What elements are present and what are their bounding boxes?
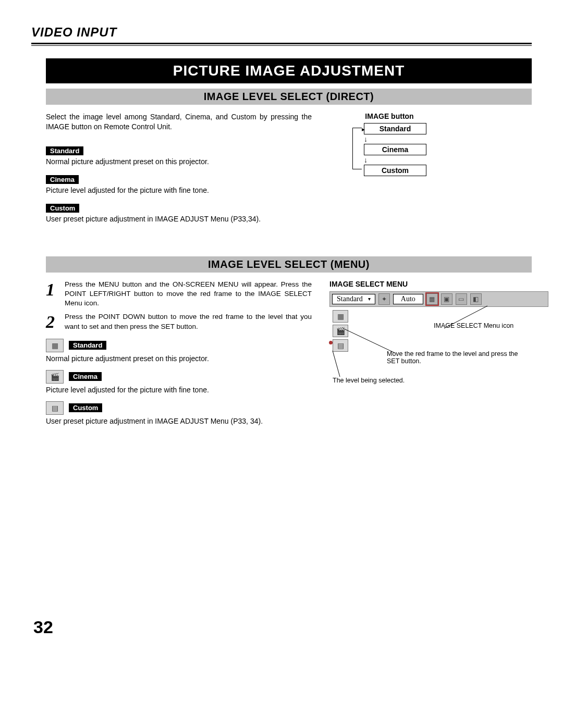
flow-cinema: Cinema <box>364 144 426 155</box>
arrow-down-icon: ↓ <box>364 156 426 164</box>
menu-desc-standard: Normal picture adjustment preset on this… <box>46 354 317 363</box>
dropdown-value: Standard <box>337 295 363 303</box>
subheading-menu: IMAGE LEVEL SELECT (MENU) <box>46 256 532 273</box>
page-number: 32 <box>33 617 532 637</box>
menu-icon: ▣ <box>441 293 452 305</box>
chevron-down-icon: ▾ <box>368 296 371 302</box>
image-select-menu-icon: ▦ <box>426 293 438 305</box>
standard-mode-icon: ▦ <box>46 339 64 352</box>
onscreen-menu-screenshot: Standard ▾ ✦ Auto ▦ ▣ ▭ ◧ ▦ 🎬 ▤ <box>329 291 548 352</box>
label-custom: Custom <box>46 204 79 213</box>
flow-heading: IMAGE button <box>365 112 413 120</box>
menu-bar: Standard ▾ ✦ Auto ▦ ▣ ▭ ◧ <box>329 291 548 307</box>
subheading-direct: IMAGE LEVEL SELECT (DIRECT) <box>46 89 532 105</box>
step-number-2: 2 <box>46 312 57 331</box>
menu-label-cinema: Cinema <box>69 372 102 381</box>
menu-icon: ◧ <box>470 293 482 305</box>
custom-mode-icon: ▤ <box>333 339 348 352</box>
flow-custom: Custom <box>364 165 426 176</box>
auto-box: Auto <box>393 294 423 304</box>
step-text-1: Press the MENU button and the ON-SCREEN … <box>65 280 317 309</box>
menu-label-custom: Custom <box>69 403 102 412</box>
system-icon: ✦ <box>378 293 390 305</box>
label-standard: Standard <box>46 146 83 155</box>
image-mode-dropdown: Standard ▾ <box>332 294 375 304</box>
standard-mode-icon: ▦ <box>333 310 348 323</box>
svg-line-2 <box>333 351 340 377</box>
desc-standard: Normal picture adjustment preset on this… <box>46 157 317 166</box>
page-title-banner: PICTURE IMAGE ADJUSTMENT <box>46 58 532 83</box>
menu-icon: ▭ <box>456 293 467 305</box>
menu-label-standard: Standard <box>69 341 106 350</box>
section-header: VIDEO INPUT <box>31 25 532 40</box>
menu-desc-cinema: Picture level adjusted for the picture w… <box>46 386 317 394</box>
cinema-mode-icon: 🎬 <box>46 370 64 384</box>
rule-heavy <box>31 43 532 44</box>
desc-custom: User preset picture adjustment in IMAGE … <box>46 215 317 223</box>
menu-desc-custom: User preset picture adjustment in IMAGE … <box>46 417 317 425</box>
selection-indicator-icon <box>329 341 333 344</box>
callout-move-frame: Move the red frame to the level and pres… <box>387 350 528 365</box>
arrow-down-icon: ↓ <box>364 135 426 143</box>
cinema-mode-icon: 🎬 <box>333 325 348 337</box>
direct-intro: Select the image level among Standard, C… <box>46 112 312 132</box>
custom-mode-icon: ▤ <box>46 401 64 415</box>
callout-menu-icon: IMAGE SELECT Menu icon <box>434 322 538 329</box>
step-number-1: 1 <box>46 280 57 309</box>
callout-selected: The level being selected. <box>333 377 468 384</box>
step-text-2: Press the POINT DOWN button to move the … <box>65 312 317 331</box>
rule-thin <box>31 45 532 46</box>
menushot-title: IMAGE SELECT MENU <box>329 280 548 288</box>
label-cinema: Cinema <box>46 175 79 184</box>
flow-standard: Standard <box>364 123 426 134</box>
desc-cinema: Picture level adjusted for the picture w… <box>46 186 317 194</box>
